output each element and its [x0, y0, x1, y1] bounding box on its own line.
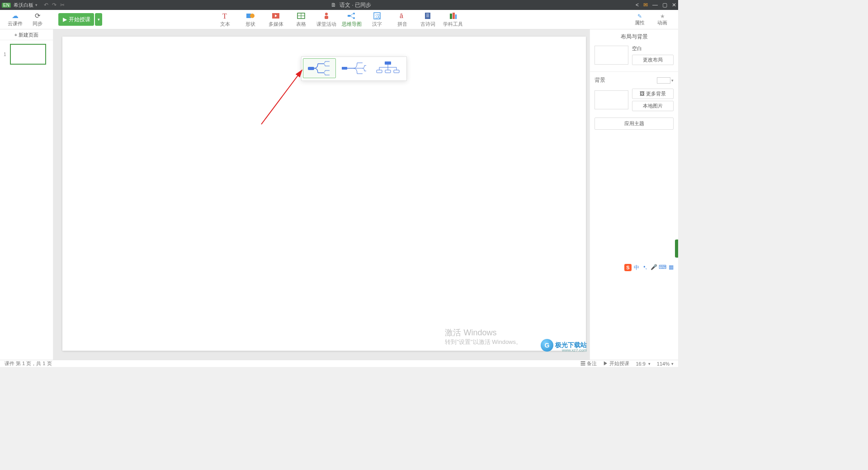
ime-keyboard-icon[interactable]: ⌨: [659, 264, 666, 271]
svg-rect-9: [325, 16, 328, 19]
panel-title: 布局与背景: [590, 29, 678, 44]
svg-rect-10: [348, 15, 350, 17]
sidebar: + 新建页面 1: [0, 29, 53, 360]
svg-rect-23: [453, 13, 455, 19]
minimize-icon[interactable]: —: [652, 2, 658, 8]
mail-icon[interactable]: ✉: [643, 2, 648, 8]
svg-rect-25: [308, 67, 314, 70]
tool-mindmap[interactable]: 思维导图: [339, 10, 364, 29]
layout-thumbnail[interactable]: [594, 46, 628, 65]
ime-toolbar[interactable]: S 中 •, 🎤 ⌨ ▦: [624, 264, 675, 271]
start-class-label: 开始授课: [69, 16, 90, 24]
sync-button[interactable]: ⟳ 同步: [26, 12, 49, 27]
windows-activation-watermark: 激活 Windows 转到"设置"以激活 Windows。: [445, 327, 522, 346]
aspect-ratio[interactable]: 16:9: [636, 361, 645, 367]
play-icon: ▶: [63, 16, 67, 23]
toolbar: ☁ 云课件 ⟳ 同步 ▶ 开始授课 ▾ T 文本 形状 多媒体 表格: [0, 10, 678, 29]
main: + 新建页面 1 激活 Windo: [0, 29, 678, 360]
ime-logo-icon: S: [624, 264, 632, 271]
mindmap-popup: [301, 56, 407, 81]
mindmap-option-right-tree[interactable]: [303, 58, 336, 78]
svg-text:汉: 汉: [375, 14, 380, 19]
slide-preview: [10, 44, 46, 65]
tool-table[interactable]: 表格: [288, 10, 314, 29]
tool-shape[interactable]: 形状: [238, 10, 263, 29]
svg-rect-36: [385, 61, 391, 65]
ime-grid-icon[interactable]: ▦: [667, 264, 675, 271]
svg-point-14: [353, 17, 355, 19]
share-icon[interactable]: <: [636, 2, 639, 8]
maximize-icon[interactable]: ▢: [662, 2, 667, 8]
text-icon: T: [221, 11, 229, 20]
right-panel: 布局与背景 空白 更改布局 背景 ▾ 🖼 更多背景 本地图片: [590, 29, 678, 360]
ratio-dropdown-icon[interactable]: ▾: [648, 362, 651, 366]
tab-animation[interactable]: ★ 动画: [651, 10, 674, 29]
change-layout-button[interactable]: 更改布局: [632, 55, 674, 65]
bg-thumbnail[interactable]: [594, 90, 628, 109]
cloud-courseware-button[interactable]: ☁ 云课件: [4, 12, 26, 27]
slide-canvas[interactable]: [62, 37, 586, 351]
ime-lang[interactable]: 中: [633, 264, 640, 271]
svg-rect-30: [342, 67, 347, 70]
tool-subject-label: 学科工具: [443, 21, 463, 28]
ime-punct-icon[interactable]: •,: [642, 264, 649, 271]
tool-pinyin[interactable]: ā 拼音: [390, 10, 415, 29]
tool-media[interactable]: 多媒体: [263, 10, 288, 29]
watermark-line1: 激活 Windows: [445, 327, 522, 338]
poem-icon: [424, 11, 432, 20]
document-title: 语文 · 已同步: [340, 2, 371, 8]
cloud-label: 云课件: [8, 20, 23, 27]
tool-hanzi[interactable]: 汉 汉字: [364, 10, 390, 29]
tool-text[interactable]: T 文本: [212, 10, 238, 29]
sync-label: 同步: [33, 20, 42, 27]
svg-point-13: [353, 13, 355, 14]
site-url: www.xz7.com: [562, 348, 587, 352]
tab-properties[interactable]: ✎ 属性: [628, 10, 651, 29]
titlebar: EN 希沃白板 ▾ ↶ ↷ ✂ 🗎 语文 · 已同步 < ✉ — ▢ ✕: [0, 0, 678, 10]
cut-icon[interactable]: ✂: [58, 2, 66, 8]
canvas-area: 激活 Windows 转到"设置"以激活 Windows。 G 极光下载站 ww…: [53, 29, 590, 360]
start-class-dropdown[interactable]: ▾: [95, 13, 102, 26]
tool-media-label: 多媒体: [269, 21, 283, 28]
tool-activity[interactable]: 课堂活动: [314, 10, 339, 29]
tool-text-label: 文本: [220, 21, 230, 28]
mindmap-option-branch[interactable]: [337, 58, 370, 78]
bg-color-dropdown-icon[interactable]: ▾: [671, 78, 674, 83]
mindmap-option-org-chart[interactable]: [371, 58, 404, 78]
notes-label: 备注: [587, 361, 597, 366]
subject-icon: [449, 11, 457, 20]
media-icon: [272, 11, 280, 20]
site-watermark: G 极光下载站 www.xz7.com: [541, 339, 587, 352]
start-class-button[interactable]: ▶ 开始授课: [58, 13, 94, 26]
tab-properties-label: 属性: [635, 19, 645, 26]
close-icon[interactable]: ✕: [672, 2, 676, 8]
statusbar: 课件 第 1 页，共 1 页 ☰ 备注 ▶ 开始授课 16:9 ▾ 114% ▾: [0, 360, 678, 367]
bg-color-swatch[interactable]: [657, 77, 670, 84]
app-dropdown-icon[interactable]: ▾: [35, 3, 38, 7]
local-image-button[interactable]: 本地图片: [632, 101, 674, 111]
tool-poem[interactable]: 古诗词: [415, 10, 440, 29]
svg-text:T: T: [222, 12, 227, 20]
zoom-level[interactable]: 114%: [657, 361, 670, 367]
pinyin-icon: ā: [398, 11, 406, 20]
svg-line-12: [350, 16, 353, 18]
ime-voice-icon[interactable]: 🎤: [650, 264, 657, 271]
mindmap-icon: [347, 11, 356, 20]
tool-poem-label: 古诗词: [420, 21, 435, 28]
notes-button[interactable]: ☰ 备注: [580, 360, 597, 367]
svg-rect-24: [455, 14, 457, 19]
side-handle[interactable]: [675, 240, 678, 258]
zoom-dropdown-icon[interactable]: ▾: [671, 362, 674, 366]
undo-icon[interactable]: ↶: [42, 2, 50, 8]
new-page-button[interactable]: + 新建页面: [0, 29, 53, 40]
center-tools: T 文本 形状 多媒体 表格 课堂活动 思维导图 汉 汉字 ā 拼音: [212, 10, 466, 29]
tool-subject[interactable]: 学科工具: [440, 10, 466, 29]
tool-hanzi-label: 汉字: [372, 21, 382, 28]
apply-theme-button[interactable]: 应用主题: [594, 118, 674, 130]
svg-rect-44: [394, 70, 399, 73]
redo-icon[interactable]: ↷: [50, 2, 58, 8]
more-bg-button[interactable]: 🖼 更多背景: [632, 89, 674, 99]
slide-thumbnail-1[interactable]: 1: [4, 44, 49, 65]
background-section-label: 背景: [594, 76, 605, 84]
present-button[interactable]: ▶ 开始授课: [603, 360, 629, 367]
